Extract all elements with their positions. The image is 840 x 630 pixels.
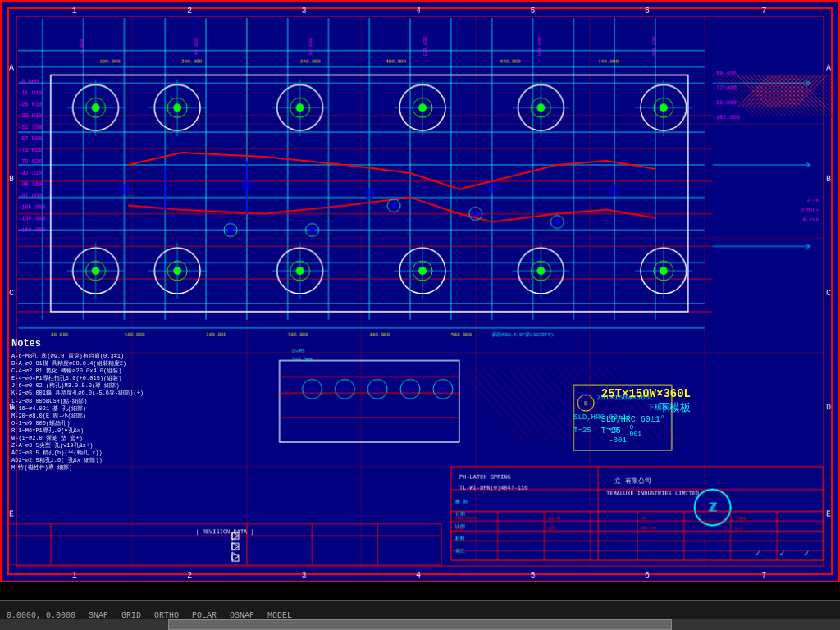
note-line: E-4~∅6×P1導柱指孔5.0(+0.015)(組裝) bbox=[11, 375, 225, 382]
notes-section: Notes A-6~M8孔 底(∅9.0 貫穿)有台肩(0.3∓1)B-A~∅0… bbox=[11, 338, 225, 472]
h-scrollbar-thumb[interactable] bbox=[168, 619, 672, 630]
note-line: Z-A~∅3.5尖型 孔(v19孔&x+) bbox=[11, 442, 225, 450]
note-line: M 特(磁性件)導-細部) bbox=[11, 464, 225, 472]
note-line: R-1~M6×P1導孔.0(v孔&x) bbox=[11, 427, 225, 435]
note-line: L-2~∅8.006BUSH(點-細部) bbox=[11, 398, 225, 405]
part-hardness: SLD,HRC 60±1° bbox=[601, 415, 691, 424]
part-size: 25T×150W×360L bbox=[601, 387, 691, 400]
drawing-area[interactable]: Notes A-6~M8孔 底(∅9.0 貫穿)有台肩(0.3∓1)B-A~∅0… bbox=[0, 0, 840, 582]
note-line: M-20~∅8.0(E 周-小(細部) bbox=[11, 413, 225, 420]
note-line: C-4~∅2.01 氮化 轉輪∅20.0x4.0(組裝) bbox=[11, 368, 225, 375]
note-line: J-6~∅0.02 (精孔)M3.0-5.0(導-細部) bbox=[11, 382, 225, 390]
notes-lines: A-6~M8孔 底(∅9.0 貫穿)有台肩(0.3∓1)B-A~∅0.01模 具… bbox=[11, 353, 225, 472]
main-container: Notes A-6~M8孔 底(∅9.0 貫穿)有台肩(0.3∓1)B-A~∅0… bbox=[0, 0, 840, 630]
note-line: AC2~∅3.5 精孔(h)(平(軸孔 x)) bbox=[11, 450, 225, 457]
part-info: 25T×150W×360L 下模板 SLD,HRC 60±1° T=25 +0-… bbox=[601, 387, 691, 437]
status-bar: 0.0000, 0.0000 SNAP GRID ORTHO POLAR OSN… bbox=[0, 600, 840, 630]
note-line: M-16~∅4.021 基 孔(細部) bbox=[11, 405, 225, 413]
note-line: AD2~∅2.5精孔1.0(↑孔&x 細部)) bbox=[11, 457, 225, 464]
note-line: K-2~∅5.001鑷 具精度孔∅6.0(-5.6导-細部)(+) bbox=[11, 390, 225, 397]
notes-title: Notes bbox=[11, 338, 225, 349]
note-line: A-6~M8孔 底(∅9.0 貫穿)有台肩(0.3∓1) bbox=[11, 353, 225, 360]
cad-canvas bbox=[2, 2, 838, 581]
note-line: O-1~∅9.000(螺絲孔) bbox=[11, 420, 225, 427]
note-line: W-(1~∅2.0 彈笼 墊 盒+) bbox=[11, 435, 225, 442]
part-material: 下模板 bbox=[601, 400, 691, 415]
h-scrollbar[interactable] bbox=[0, 619, 840, 630]
note-line: B-A~∅0.01模 具精度∅00.0.4(組裝精度2) bbox=[11, 360, 225, 368]
part-thickness: T=25 +0-001 bbox=[601, 424, 691, 437]
